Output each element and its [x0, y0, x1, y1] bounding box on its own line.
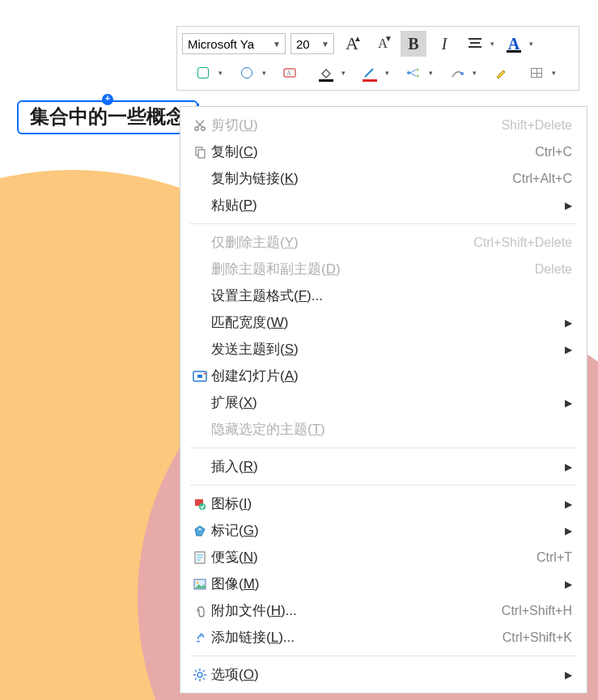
- menu-item-shortcut: Ctrl+C: [535, 145, 572, 159]
- menu-item-shortcut: Ctrl+Shift+K: [503, 630, 572, 645]
- menu-separator: [190, 448, 577, 448]
- chevron-down-icon: ▼: [319, 40, 332, 49]
- svg-line-33: [195, 670, 197, 672]
- eraser-icon: A: [282, 66, 299, 80]
- menu-item-label: 设置主题格式(F)...: [211, 286, 323, 305]
- menu-item-label: 复制(C): [211, 142, 258, 161]
- svg-point-5: [407, 71, 410, 74]
- menu-item-deltopic: 仅删除主题(Y)Ctrl+Shift+Delete: [180, 229, 587, 256]
- menu-item-note[interactable]: 便笺(N)Ctrl+T: [180, 544, 587, 571]
- font-family-select[interactable]: Microsoft Ya ▼: [182, 33, 286, 54]
- menu-item-label: 复制为链接(K): [211, 169, 299, 188]
- menu-item-shortcut: Shift+Delete: [501, 118, 572, 133]
- scissors-icon: [189, 119, 211, 132]
- brush-icon: [494, 66, 507, 79]
- copy-icon: [189, 146, 211, 159]
- svg-line-35: [195, 678, 197, 680]
- menu-item-matchwidth[interactable]: 匹配宽度(W)▶: [180, 309, 587, 336]
- menu-item-cut: 剪切(U)Shift+Delete: [180, 112, 587, 138]
- menu-item-label: 删除主题和副主题(D): [211, 260, 341, 278]
- table-button[interactable]: [524, 60, 549, 86]
- align-icon: [468, 37, 482, 50]
- bold-button[interactable]: B: [401, 31, 426, 57]
- menu-item-paste[interactable]: 粘贴(P)▶: [180, 192, 587, 218]
- flag-icon: [189, 498, 211, 511]
- font-color-button[interactable]: A: [501, 31, 527, 57]
- svg-line-7: [410, 73, 416, 76]
- menu-item-insert[interactable]: 插入(R)▶: [180, 453, 587, 480]
- image-icon: [189, 579, 211, 590]
- menu-item-tag[interactable]: 标记(G)▶: [180, 517, 587, 544]
- up-arrow-icon: ▲: [354, 34, 362, 43]
- menu-item-label: 附加文件(H)...: [211, 601, 297, 620]
- submenu-arrow-icon: ▶: [565, 579, 572, 590]
- font-family-value: Microsoft Ya: [188, 37, 270, 51]
- selected-topic-node[interactable]: 集合中的一些概念: [17, 100, 198, 134]
- menu-item-label: 扩展(X): [211, 393, 257, 412]
- menu-item-options[interactable]: 选项(O)▶: [180, 661, 587, 688]
- grow-font-button[interactable]: A ▲: [339, 31, 365, 57]
- menu-item-label: 图标(I): [211, 494, 252, 513]
- submenu-arrow-icon: ▶: [565, 525, 572, 537]
- align-button[interactable]: [462, 31, 488, 57]
- menu-separator: [190, 655, 577, 656]
- menu-item-slide[interactable]: 创建幻灯片(A): [180, 363, 587, 389]
- context-menu: 剪切(U)Shift+Delete复制(C)Ctrl+C复制为链接(K)Ctrl…: [180, 106, 587, 694]
- font-size-value: 20: [296, 37, 319, 51]
- menu-separator: [190, 223, 577, 224]
- menu-item-label: 匹配宽度(W): [211, 313, 288, 332]
- growth-icon: [451, 67, 464, 78]
- svg-point-21: [199, 528, 201, 530]
- menu-item-copy[interactable]: 复制(C)Ctrl+C: [180, 138, 587, 165]
- font-size-select[interactable]: 20 ▼: [291, 33, 334, 54]
- link-icon: [189, 631, 211, 644]
- gear-icon: [189, 668, 211, 681]
- shrink-font-button[interactable]: A ▼: [370, 31, 396, 57]
- svg-line-6: [410, 70, 416, 73]
- menu-item-label: 便笺(N): [211, 548, 258, 566]
- pencil-icon: [363, 67, 376, 78]
- svg-rect-16: [198, 150, 205, 158]
- submenu-arrow-icon: ▶: [565, 461, 572, 473]
- menu-item-copyaslink[interactable]: 复制为链接(K)Ctrl+Alt+C: [180, 165, 587, 192]
- menu-item-label: 粘贴(P): [211, 196, 257, 214]
- submenu-arrow-icon: ▶: [565, 669, 572, 681]
- slide-icon: [189, 371, 211, 382]
- menu-item-sendto[interactable]: 发送主题到(S)▶: [180, 336, 587, 363]
- menu-item-label: 剪切(U): [211, 116, 258, 134]
- menu-item-format[interactable]: 设置主题格式(F)...: [180, 282, 587, 309]
- topic-shape-button[interactable]: [190, 60, 216, 86]
- menu-item-link[interactable]: 添加链接(L)...Ctrl+Shift+K: [180, 624, 587, 651]
- format-painter-button[interactable]: [488, 60, 514, 86]
- svg-text:A: A: [286, 70, 291, 77]
- menu-item-extend[interactable]: 扩展(X)▶: [180, 389, 587, 416]
- shape-icon: [197, 67, 209, 78]
- menu-item-shortcut: Ctrl+T: [537, 550, 572, 565]
- italic-button[interactable]: I: [431, 31, 457, 57]
- menu-item-iconm[interactable]: 图标(I)▶: [180, 490, 587, 517]
- menu-item-label: 仅删除主题(Y): [211, 233, 299, 252]
- clip-icon: [189, 605, 211, 617]
- growth-button[interactable]: [444, 60, 470, 86]
- layout-button[interactable]: [401, 60, 426, 86]
- menu-item-image[interactable]: 图像(M)▶: [180, 571, 587, 597]
- down-arrow-icon: ▼: [384, 34, 392, 43]
- clear-format-button[interactable]: A: [278, 60, 303, 86]
- layout-icon: [406, 67, 421, 78]
- menu-item-label: 选项(O): [211, 665, 259, 684]
- svg-point-28: [197, 672, 202, 677]
- tag-icon: [189, 524, 211, 537]
- topic-text: 集合中的一些概念: [30, 105, 185, 127]
- menu-separator: [190, 485, 577, 486]
- subtopic-shape-button[interactable]: [234, 60, 260, 86]
- menu-item-attach[interactable]: 附加文件(H)...Ctrl+Shift+H: [180, 597, 587, 624]
- submenu-arrow-icon: ▶: [565, 200, 572, 211]
- svg-line-34: [203, 678, 205, 680]
- circle-icon: [241, 67, 252, 78]
- fill-color-button[interactable]: [313, 60, 339, 86]
- svg-line-36: [203, 670, 205, 672]
- menu-item-label: 发送主题到(S): [211, 340, 299, 358]
- menu-item-label: 插入(R): [211, 457, 258, 476]
- submenu-arrow-icon: ▶: [565, 317, 572, 329]
- line-color-button[interactable]: [357, 60, 383, 86]
